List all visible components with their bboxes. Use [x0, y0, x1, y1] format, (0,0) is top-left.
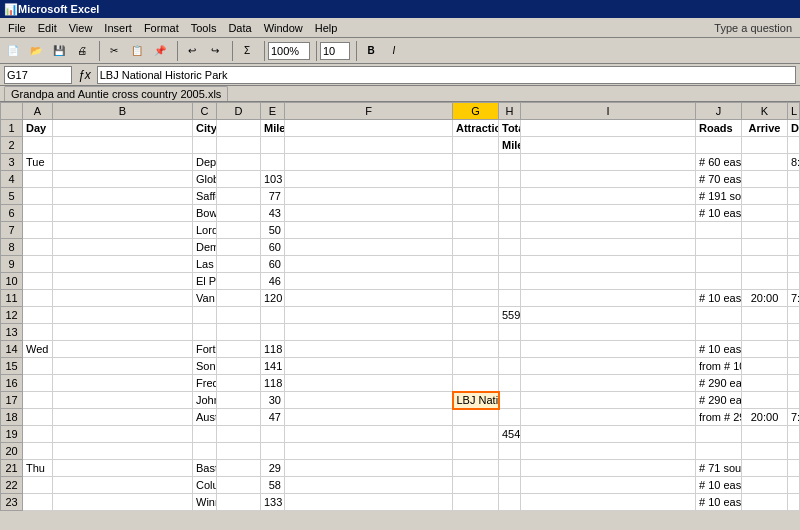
cell-h22[interactable]: [499, 477, 521, 494]
cell-k14[interactable]: [742, 341, 788, 358]
row-header-21[interactable]: 21: [1, 460, 23, 477]
cell-k11[interactable]: 20:00: [742, 290, 788, 307]
cell-e18[interactable]: 47: [261, 409, 285, 426]
cell-j13[interactable]: [696, 324, 742, 341]
cell-c22[interactable]: Columbus, TX: [193, 477, 217, 494]
row-header-20[interactable]: 20: [1, 443, 23, 460]
cell-l9[interactable]: [788, 256, 800, 273]
row-header-22[interactable]: 22: [1, 477, 23, 494]
cell-g16[interactable]: [453, 375, 499, 392]
cell-b13[interactable]: [53, 324, 193, 341]
cell-c8[interactable]: Deming, NM: [193, 239, 217, 256]
cell-i11[interactable]: [521, 290, 696, 307]
redo-button[interactable]: ↪: [204, 40, 226, 62]
cell-g8[interactable]: [453, 239, 499, 256]
cell-c14[interactable]: Fort Stockton, TX: [193, 341, 217, 358]
cell-e1[interactable]: Miles: [261, 120, 285, 137]
cell-j4[interactable]: # 70 east: [696, 171, 742, 188]
cell-c6[interactable]: Bowie, AZ: [193, 205, 217, 222]
cell-b10[interactable]: [53, 273, 193, 290]
cell-e11[interactable]: 120: [261, 290, 285, 307]
cell-h11[interactable]: [499, 290, 521, 307]
cell-k17[interactable]: [742, 392, 788, 409]
cell-a19[interactable]: [23, 426, 53, 443]
cell-a12[interactable]: [23, 307, 53, 324]
col-header-l[interactable]: L: [788, 103, 800, 120]
col-header-h[interactable]: H: [499, 103, 521, 120]
cell-h12[interactable]: 559: [499, 307, 521, 324]
cell-h8[interactable]: [499, 239, 521, 256]
cell-f21[interactable]: [285, 460, 453, 477]
cell-k18[interactable]: 20:00: [742, 409, 788, 426]
cell-j9[interactable]: [696, 256, 742, 273]
cell-d3[interactable]: [217, 154, 261, 171]
cell-h3[interactable]: [499, 154, 521, 171]
row-header-23[interactable]: 23: [1, 494, 23, 511]
bold-button[interactable]: B: [360, 40, 382, 62]
cell-k5[interactable]: [742, 188, 788, 205]
cell-j2[interactable]: [696, 137, 742, 154]
cell-l21[interactable]: [788, 460, 800, 477]
cell-e12[interactable]: [261, 307, 285, 324]
cell-b4[interactable]: [53, 171, 193, 188]
cell-e9[interactable]: 60: [261, 256, 285, 273]
cell-h5[interactable]: [499, 188, 521, 205]
cell-e17[interactable]: 30: [261, 392, 285, 409]
col-header-j[interactable]: J: [696, 103, 742, 120]
cell-f3[interactable]: [285, 154, 453, 171]
cell-k20[interactable]: [742, 443, 788, 460]
cell-j5[interactable]: # 191 south: [696, 188, 742, 205]
cell-b23[interactable]: [53, 494, 193, 511]
row-header-16[interactable]: 16: [1, 375, 23, 392]
cell-i6[interactable]: [521, 205, 696, 222]
menu-tools[interactable]: Tools: [185, 20, 223, 36]
cell-l20[interactable]: [788, 443, 800, 460]
cell-f15[interactable]: [285, 358, 453, 375]
cell-b8[interactable]: [53, 239, 193, 256]
cell-i7[interactable]: [521, 222, 696, 239]
cell-c16[interactable]: Fredericksburg, TX: [193, 375, 217, 392]
cell-d2[interactable]: [217, 137, 261, 154]
cell-l14[interactable]: [788, 341, 800, 358]
cell-g2[interactable]: [453, 137, 499, 154]
cell-f2[interactable]: [285, 137, 453, 154]
cell-j20[interactable]: [696, 443, 742, 460]
cell-f6[interactable]: [285, 205, 453, 222]
col-header-i[interactable]: I: [521, 103, 696, 120]
cell-a5[interactable]: [23, 188, 53, 205]
cell-g21[interactable]: [453, 460, 499, 477]
cell-e6[interactable]: 43: [261, 205, 285, 222]
cell-e14[interactable]: 118: [261, 341, 285, 358]
col-header-b[interactable]: B: [53, 103, 193, 120]
cell-h21[interactable]: [499, 460, 521, 477]
cell-i2[interactable]: [521, 137, 696, 154]
cell-i18[interactable]: [521, 409, 696, 426]
cell-f23[interactable]: [285, 494, 453, 511]
cell-j23[interactable]: # 10 east - Exit 828 to # 82: [696, 494, 742, 511]
cell-b12[interactable]: [53, 307, 193, 324]
cell-c1[interactable]: City and State: [193, 120, 217, 137]
cell-f10[interactable]: [285, 273, 453, 290]
cell-l11[interactable]: 7:00: [788, 290, 800, 307]
cell-b21[interactable]: [53, 460, 193, 477]
cell-k8[interactable]: [742, 239, 788, 256]
cell-l23[interactable]: [788, 494, 800, 511]
cell-b11[interactable]: [53, 290, 193, 307]
cell-e15[interactable]: 141: [261, 358, 285, 375]
cell-i15[interactable]: [521, 358, 696, 375]
col-header-d[interactable]: D: [217, 103, 261, 120]
save-button[interactable]: 💾: [48, 40, 70, 62]
cell-b3[interactable]: [53, 154, 193, 171]
cell-c12[interactable]: [193, 307, 217, 324]
menu-view[interactable]: View: [63, 20, 99, 36]
cell-k1[interactable]: Arrive: [742, 120, 788, 137]
cell-g7[interactable]: [453, 222, 499, 239]
cell-a18[interactable]: [23, 409, 53, 426]
col-header-e[interactable]: E: [261, 103, 285, 120]
cell-j3[interactable]: # 60 east: [696, 154, 742, 171]
cell-c2[interactable]: [193, 137, 217, 154]
cell-d13[interactable]: [217, 324, 261, 341]
cell-k4[interactable]: [742, 171, 788, 188]
row-header-2[interactable]: 2: [1, 137, 23, 154]
cell-d16[interactable]: [217, 375, 261, 392]
